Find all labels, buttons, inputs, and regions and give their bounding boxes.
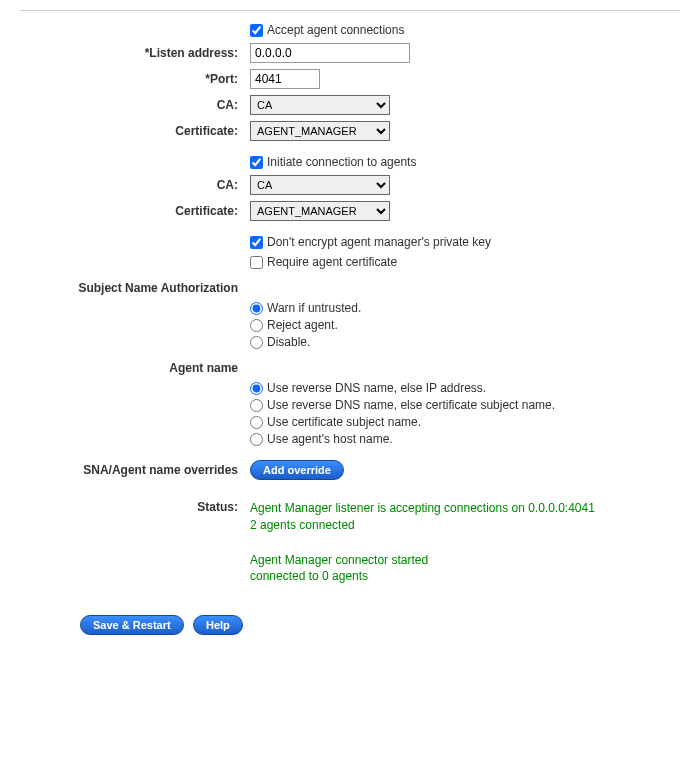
sna-reject-label: Reject agent. — [267, 318, 338, 332]
certificate-label-1: Certificate: — [20, 124, 250, 138]
agent-name-rdns-ip-label: Use reverse DNS name, else IP address. — [267, 381, 486, 395]
require-agent-cert-label: Require agent certificate — [267, 255, 397, 269]
port-input[interactable] — [250, 69, 320, 89]
listen-address-label: *Listen address: — [20, 46, 250, 60]
status-line-1: Agent Manager listener is accepting conn… — [250, 500, 680, 517]
status-label: Status: — [20, 500, 250, 514]
agent-name-cert-radio[interactable] — [250, 416, 263, 429]
ca-select-2[interactable]: CA — [250, 175, 390, 195]
status-line-3: Agent Manager connector started — [250, 552, 680, 569]
ca-label-2: CA: — [20, 178, 250, 192]
initiate-connection-label: Initiate connection to agents — [267, 155, 416, 169]
initiate-connection-checkbox[interactable] — [250, 156, 263, 169]
accept-agent-connections-checkbox[interactable] — [250, 24, 263, 37]
accept-agent-connections-label: Accept agent connections — [267, 23, 404, 37]
require-agent-cert-checkbox[interactable] — [250, 256, 263, 269]
overrides-label: SNA/Agent name overrides — [20, 463, 250, 477]
sna-warn-radio[interactable] — [250, 302, 263, 315]
agent-name-rdns-cert-label: Use reverse DNS name, else certificate s… — [267, 398, 555, 412]
save-restart-button[interactable]: Save & Restart — [80, 615, 184, 635]
sna-reject-radio[interactable] — [250, 319, 263, 332]
help-button[interactable]: Help — [193, 615, 243, 635]
sna-warn-label: Warn if untrusted. — [267, 301, 361, 315]
status-line-4: connected to 0 agents — [250, 568, 680, 585]
certificate-select-2[interactable]: AGENT_MANAGER — [250, 201, 390, 221]
add-override-button[interactable]: Add override — [250, 460, 344, 480]
dont-encrypt-checkbox[interactable] — [250, 236, 263, 249]
sna-disable-label: Disable. — [267, 335, 310, 349]
sna-heading: Subject Name Authorization — [20, 281, 250, 295]
status-line-2: 2 agents connected — [250, 517, 680, 534]
sna-disable-radio[interactable] — [250, 336, 263, 349]
listen-address-input[interactable] — [250, 43, 410, 63]
dont-encrypt-label: Don't encrypt agent manager's private ke… — [267, 235, 491, 249]
agent-name-heading: Agent name — [20, 361, 250, 375]
agent-name-cert-label: Use certificate subject name. — [267, 415, 421, 429]
ca-label-1: CA: — [20, 98, 250, 112]
certificate-label-2: Certificate: — [20, 204, 250, 218]
ca-select-1[interactable]: CA — [250, 95, 390, 115]
agent-name-rdns-ip-radio[interactable] — [250, 382, 263, 395]
agent-name-host-radio[interactable] — [250, 433, 263, 446]
certificate-select-1[interactable]: AGENT_MANAGER — [250, 121, 390, 141]
agent-name-host-label: Use agent's host name. — [267, 432, 393, 446]
port-label: *Port: — [20, 72, 250, 86]
agent-name-rdns-cert-radio[interactable] — [250, 399, 263, 412]
